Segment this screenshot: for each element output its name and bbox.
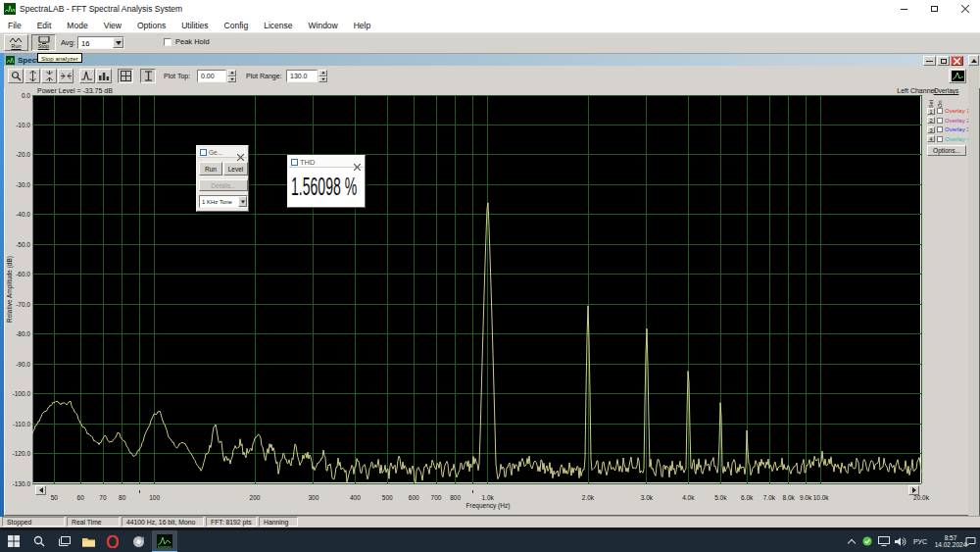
spectrum-plot[interactable] (32, 95, 921, 483)
overlay-on-checkbox-4[interactable] (937, 136, 943, 142)
status-run-state: Stopped (2, 517, 65, 527)
spectrum-title-bar[interactable]: Spectrum (4, 54, 980, 66)
folder-icon (82, 536, 95, 547)
menu-item-file[interactable]: File (0, 21, 29, 30)
generator-title-bar[interactable]: Ge... (198, 147, 247, 158)
peak-hold-checkbox[interactable] (164, 38, 172, 46)
spin-down-button[interactable] (227, 76, 236, 83)
plot-range-label: Plot Range: (246, 73, 282, 79)
overlay-on-checkbox-3[interactable] (937, 126, 943, 132)
thd-close-button[interactable] (353, 158, 362, 167)
search-button[interactable] (27, 530, 51, 552)
scroll-left-button[interactable] (35, 485, 46, 495)
overlay-set-button-4[interactable]: 4 (927, 135, 935, 142)
channel-label: Left Channel (843, 87, 936, 94)
generator-close-button[interactable] (236, 148, 245, 157)
magnifier-icon (11, 71, 22, 81)
vertical-scrollbar[interactable] (968, 55, 979, 516)
avg-dropdown-button[interactable] (113, 37, 123, 48)
spin-down-button[interactable] (318, 76, 327, 83)
minimize-icon (901, 9, 907, 10)
zoom-button[interactable] (8, 69, 24, 83)
avg-combobox[interactable]: 16 (77, 36, 124, 49)
plot-range-field[interactable]: 130.0 (286, 70, 318, 82)
x-tick-label: 10.0k (813, 494, 829, 501)
volume-tray-button[interactable] (893, 530, 908, 552)
menu-item-view[interactable]: View (96, 21, 129, 30)
generator-signal-dropdown-button[interactable] (238, 196, 247, 207)
time-expand-button[interactable] (24, 69, 40, 83)
generator-level-button[interactable]: Level (223, 162, 248, 176)
maximize-button[interactable] (919, 0, 950, 18)
overlay-on-checkbox-1[interactable] (937, 108, 943, 114)
start-button[interactable] (2, 530, 25, 552)
notification-center-button[interactable] (962, 530, 979, 552)
scroll-right-button[interactable] (908, 485, 919, 495)
y-tick-label: -120.0 (3, 450, 30, 457)
spectralab-taskbar-button[interactable] (152, 530, 177, 552)
autoscale-button[interactable] (58, 69, 74, 83)
generator-details-button: Details... (199, 179, 248, 191)
menu-item-help[interactable]: Help (346, 21, 378, 30)
peak-display-button[interactable] (79, 69, 95, 83)
display-tray-button[interactable] (876, 530, 892, 552)
screen: SpectraLAB - FFT Spectral Analysis Syste… (0, 0, 980, 552)
y-tick-label: -90.0 (3, 361, 30, 368)
y-tick-label: -10.0 (3, 122, 30, 128)
generator-signal-value: 1 KHz Tone (202, 199, 232, 205)
run-button[interactable]: Run (4, 34, 28, 51)
overlay-set-button-1[interactable]: 1 (927, 108, 935, 115)
generator-signal-combobox[interactable]: 1 KHz Tone (199, 195, 248, 208)
overlay-options-button[interactable]: Options... (927, 145, 966, 156)
overlay-set-button-2[interactable]: 2 (927, 117, 935, 124)
generator-run-button[interactable]: Run (199, 162, 222, 176)
shield-status-icon (862, 536, 872, 546)
menu-item-license[interactable]: License (256, 21, 300, 30)
close-button[interactable] (950, 0, 980, 18)
thd-title-bar[interactable]: THD (289, 157, 364, 168)
menu-item-config[interactable]: Config (217, 21, 257, 30)
menu-item-mode[interactable]: Mode (59, 21, 95, 30)
bar-display-button[interactable] (96, 69, 112, 83)
overlay-label-4: Overlay 4 (945, 136, 970, 142)
snapshot-overlay-button[interactable] (949, 69, 966, 83)
file-explorer-button[interactable] (76, 530, 100, 552)
generator-run-label: Run (205, 166, 217, 173)
avg-value: 16 (81, 39, 89, 48)
y-tick-label: -130.0 (3, 480, 30, 487)
overlay-options-label: Options... (933, 147, 960, 154)
x-tick-label: 20.0k (913, 494, 929, 501)
marker-toggle-button[interactable] (140, 69, 156, 83)
opera-browser-button[interactable] (101, 530, 124, 552)
antivirus-tray-button[interactable] (860, 530, 874, 552)
spectrum-restore-button[interactable] (937, 56, 950, 66)
menu-item-options[interactable]: Options (129, 21, 173, 30)
spectrum-close-button[interactable] (951, 56, 963, 66)
avg-label: Avg: (61, 38, 75, 47)
plot-top-field[interactable]: 0.00 (197, 70, 226, 82)
plot-range-value: 130.0 (290, 73, 308, 79)
audio-app-button[interactable] (126, 530, 150, 552)
menu-item-utilities[interactable]: Utilities (173, 21, 216, 30)
x-tick-label: 1.0k (481, 494, 493, 501)
time-compress-button[interactable] (41, 69, 57, 83)
x-tick-label: 4.0k (682, 494, 694, 501)
overlay-row-3: 3Overlay 3 (927, 125, 970, 133)
minimize-button[interactable] (889, 0, 919, 18)
chevron-down-icon (240, 200, 244, 203)
spectrum-minimize-button[interactable] (923, 56, 936, 66)
generator-window-icon (200, 149, 207, 156)
overlay-set-button-3[interactable]: 3 (927, 126, 935, 133)
task-view-button[interactable] (53, 530, 76, 552)
menu-item-window[interactable]: Window (301, 21, 346, 30)
grid-toggle-button[interactable] (118, 69, 133, 83)
close-icon (237, 154, 244, 161)
window-title-bar: SpectraLAB - FFT Spectral Analysis Syste… (0, 0, 980, 18)
scroll-up-button[interactable] (968, 55, 979, 66)
language-indicator[interactable]: РУС (909, 530, 931, 552)
overlay-on-checkbox-2[interactable] (937, 118, 943, 124)
stop-button[interactable]: Stop (31, 34, 56, 51)
menu-item-edit[interactable]: Edit (29, 21, 60, 30)
tray-expand-button[interactable] (845, 530, 858, 552)
x-tick-label: 100 (149, 494, 160, 501)
